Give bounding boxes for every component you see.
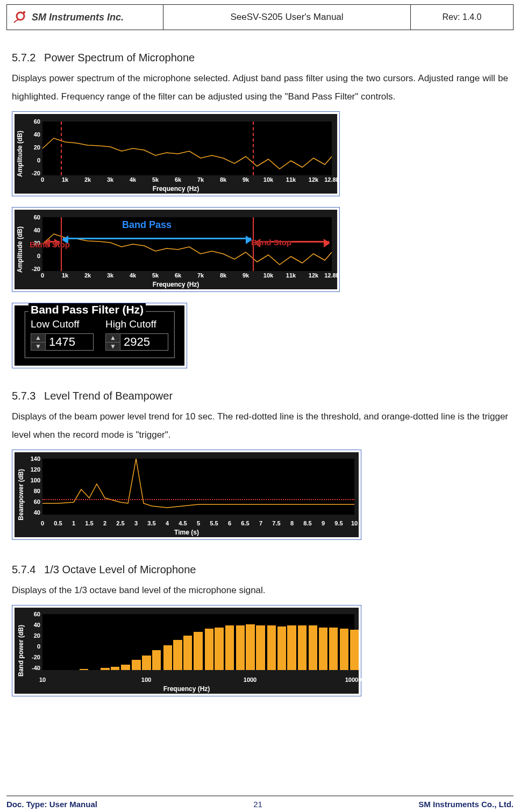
bpf-low-input[interactable]	[46, 333, 94, 351]
footer-page-number: 21	[253, 800, 262, 809]
figure-octave: Band power (dB) Frequency (Hz) 60 40 20 …	[12, 605, 361, 696]
trend-chart[interactable]: Beampower (dB) Time (s) 140 120 100 80 6…	[15, 452, 359, 537]
bpf-high-input[interactable]	[120, 333, 168, 351]
octave-bar	[111, 667, 119, 670]
xtick: 10	[39, 676, 46, 683]
xtick: 7k	[197, 272, 204, 279]
chevron-down-icon[interactable]: ▼	[106, 343, 120, 351]
xtick: 7	[259, 520, 262, 526]
spectrum-chart-1[interactable]: Amplitude (dB) Frequency (Hz) 60 40 20 0…	[15, 114, 337, 194]
bpf-high-label: High Cutoff	[105, 318, 168, 330]
doc-revision: Rev: 1.4.0	[411, 5, 514, 30]
xtick: 0	[41, 272, 44, 279]
company-logo: SM Instruments Inc.	[12, 9, 158, 25]
xtick: 7.5	[272, 520, 280, 526]
figure-spectrum-1: Amplitude (dB) Frequency (Hz) 60 40 20 0…	[12, 111, 340, 196]
octave-bar	[246, 624, 254, 670]
ytick: 100	[25, 477, 40, 483]
octave-bar	[319, 628, 327, 670]
bpf-low-spinner[interactable]: ▲ ▼	[31, 333, 46, 351]
section-573-heading: 5.7.3 Level Trend of Beampower	[12, 390, 508, 402]
xtick: 11k	[286, 176, 296, 183]
ytick: 0	[25, 253, 40, 259]
ytick: 20	[25, 144, 40, 151]
xtick: 2k	[84, 272, 91, 279]
footer: Doc. Type: User Manual 21 SM Instruments…	[6, 795, 514, 809]
octave-bar	[205, 629, 213, 670]
ytick: 40	[25, 622, 40, 628]
spectrum1-plot[interactable]	[42, 122, 332, 175]
cursor-high[interactable]	[253, 122, 254, 175]
octave-bar	[287, 625, 296, 670]
xtick: 5k	[152, 176, 159, 183]
document-page: SM Instruments Inc. SeeSV-S205 User's Ma…	[0, 4, 520, 812]
octave-bar	[194, 632, 202, 670]
xtick: 1k	[62, 176, 68, 183]
xtick: 5	[197, 520, 200, 526]
trend-trace-icon	[42, 459, 354, 515]
xtick: 3.5	[147, 520, 155, 526]
figure-trend: Beampower (dB) Time (s) 140 120 100 80 6…	[12, 450, 361, 540]
xtick: 10000	[345, 676, 362, 683]
section-572-num: 5.7.2	[12, 52, 35, 64]
xtick: 9k	[243, 176, 249, 183]
chevron-up-icon[interactable]: ▲	[106, 334, 120, 343]
octave-bar	[80, 669, 88, 670]
cursor-low[interactable]	[61, 122, 62, 175]
doc-title: SeeSV-S205 User's Manual	[163, 5, 411, 30]
xtick: 2k	[84, 176, 91, 183]
xtick: 12.8k	[324, 272, 339, 279]
footer-doc-type: Doc. Type: User Manual	[6, 800, 97, 809]
content: 5.7.2 Power Spectrum of Microphone Displ…	[0, 30, 520, 705]
xtick: 6.5	[241, 520, 249, 526]
bpf-panel: Band Pass Filter (Hz) Low Cutoff ▲ ▼	[15, 305, 184, 366]
octave-bar	[173, 640, 182, 670]
xtick: 0.5	[54, 520, 62, 526]
ytick: 40	[25, 131, 40, 138]
bpf-high-spinner[interactable]: ▲ ▼	[105, 333, 120, 351]
trend-ylabel: Beampower (dB)	[17, 469, 25, 520]
xtick: 12k	[309, 272, 318, 279]
ytick: 140	[25, 455, 40, 462]
octave-plot[interactable]	[42, 614, 354, 670]
section-572-heading: 5.7.2 Power Spectrum of Microphone	[12, 52, 508, 64]
ytick: 60	[25, 611, 40, 617]
header-logo-cell: SM Instruments Inc.	[7, 5, 163, 30]
xtick: 9	[322, 520, 325, 526]
xtick: 3k	[107, 272, 113, 279]
ytick: 60	[25, 498, 40, 505]
spectrum2-ylabel: Amplitude (dB)	[16, 226, 24, 273]
section-574-num: 5.7.4	[12, 564, 35, 576]
chevron-up-icon[interactable]: ▲	[31, 334, 45, 343]
xtick: 1000	[244, 676, 257, 683]
octave-bar	[152, 650, 161, 670]
threshold-line	[42, 499, 354, 500]
section-573-title: Level Trend of Beampower	[44, 390, 173, 402]
ytick: -20	[25, 654, 40, 660]
trend-plot[interactable]	[42, 459, 354, 515]
xtick: 10k	[263, 176, 273, 183]
xtick: 1k	[62, 272, 68, 279]
xtick: 5k	[152, 272, 159, 279]
ytick: 20	[25, 632, 40, 639]
spectrum-chart-2[interactable]: Amplitude (dB) Frequency (Hz) 60 40 20 0…	[15, 210, 337, 289]
xtick: 1	[72, 520, 75, 526]
octave-bar	[267, 625, 276, 670]
xtick: 8k	[220, 176, 226, 183]
ytick: 60	[25, 214, 40, 220]
octave-bar	[340, 629, 348, 670]
xtick: 4	[166, 520, 169, 526]
octave-bar	[101, 668, 109, 670]
octave-chart[interactable]: Band power (dB) Frequency (Hz) 60 40 20 …	[15, 608, 359, 694]
xtick: 8.5	[303, 520, 311, 526]
section-572-para: Displays power spectrum of the microphon…	[12, 69, 508, 106]
xtick: 8k	[220, 272, 226, 279]
xtick: 100	[141, 676, 151, 683]
spectrum1-ylabel: Amplitude (dB)	[16, 131, 24, 177]
octave-bar	[132, 660, 140, 670]
spectrum1-xlabel: Frequency (Hz)	[15, 185, 337, 193]
octave-xlabel: Frequency (Hz)	[15, 685, 359, 693]
chevron-down-icon[interactable]: ▼	[31, 343, 45, 351]
svg-point-1	[23, 11, 25, 13]
octave-bar	[225, 625, 234, 670]
